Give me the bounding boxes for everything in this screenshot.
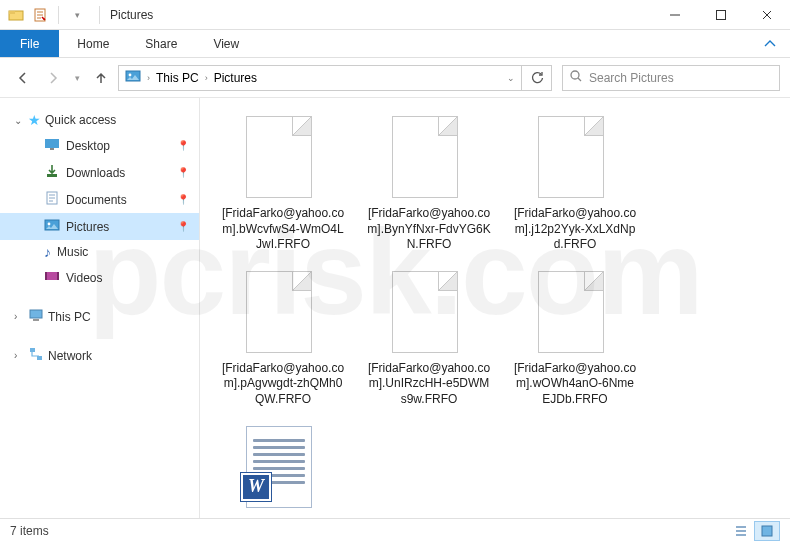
sidebar-item-label: Downloads — [66, 166, 125, 180]
file-list[interactable]: [FridaFarko@yahoo.com].bWcvfwS4-WmO4LJwI… — [200, 98, 790, 528]
separator — [58, 6, 59, 24]
file-item[interactable]: [FridaFarko@yahoo.com].pAgvwgdt-zhQMh0QW… — [220, 271, 346, 408]
documents-icon — [44, 190, 60, 209]
properties-icon[interactable] — [28, 3, 52, 27]
file-item[interactable]: WFRFO_INFO.rtf — [220, 426, 346, 528]
sidebar-item-music[interactable]: ♪ Music — [0, 240, 199, 264]
ribbon-expand-icon[interactable] — [750, 30, 790, 57]
sidebar-heading-label: Network — [48, 349, 92, 363]
up-button[interactable] — [88, 65, 114, 91]
star-icon: ★ — [28, 112, 41, 128]
pin-icon: 📍 — [177, 167, 189, 178]
chevron-right-icon[interactable]: › — [14, 350, 24, 361]
pin-icon: 📍 — [177, 194, 189, 205]
svg-rect-7 — [45, 139, 59, 148]
sidebar-item-label: Pictures — [66, 220, 109, 234]
file-label: [FridaFarko@yahoo.com].wOWh4anO-6NmeEJDb… — [512, 361, 638, 408]
sidebar-heading-label: This PC — [48, 310, 91, 324]
chevron-right-icon[interactable]: › — [14, 311, 24, 322]
status-bar: 7 items — [0, 518, 790, 543]
sidebar-this-pc[interactable]: › This PC — [0, 303, 199, 330]
svg-rect-1 — [9, 11, 15, 14]
recent-locations-icon[interactable]: ▾ — [70, 65, 84, 91]
svg-point-6 — [571, 71, 579, 79]
window-title: Pictures — [110, 8, 153, 22]
file-label: [FridaFarko@yahoo.com].UnIRzcHH-e5DWMs9w… — [366, 361, 492, 408]
file-label: [FridaFarko@yahoo.com].BynYfNxr-FdvYG6KN… — [366, 206, 492, 253]
pin-icon: 📍 — [177, 140, 189, 151]
breadcrumb-thispc[interactable]: This PC — [156, 71, 199, 85]
sidebar-item-videos[interactable]: Videos — [0, 264, 199, 291]
ribbon-tabs: File Home Share View — [0, 30, 790, 58]
sidebar-item-downloads[interactable]: Downloads 📍 — [0, 159, 199, 186]
details-view-button[interactable] — [728, 521, 754, 541]
sidebar-item-desktop[interactable]: Desktop 📍 — [0, 132, 199, 159]
close-button[interactable] — [744, 0, 790, 30]
back-button[interactable] — [10, 65, 36, 91]
file-item[interactable]: [FridaFarko@yahoo.com].BynYfNxr-FdvYG6KN… — [366, 116, 492, 253]
chevron-right-icon[interactable]: › — [205, 73, 208, 83]
generic-file-icon — [538, 271, 612, 357]
address-bar: ▾ › This PC › Pictures ⌄ Search Pictures — [0, 58, 790, 98]
separator — [99, 6, 100, 24]
pc-icon — [28, 307, 44, 326]
tab-file[interactable]: File — [0, 30, 59, 57]
chevron-down-icon[interactable]: ⌄ — [507, 73, 515, 83]
chevron-down-icon[interactable]: ⌄ — [14, 115, 24, 126]
file-item[interactable]: [FridaFarko@yahoo.com].wOWh4anO-6NmeEJDb… — [512, 271, 638, 408]
tab-home[interactable]: Home — [59, 30, 127, 57]
rtf-file-icon: W — [246, 426, 320, 512]
videos-icon — [44, 268, 60, 287]
chevron-right-icon[interactable]: › — [147, 73, 150, 83]
pictures-icon — [125, 68, 141, 87]
svg-rect-14 — [45, 272, 47, 280]
file-item[interactable]: [FridaFarko@yahoo.com].j12p2Yyk-XxLXdNpd… — [512, 116, 638, 253]
svg-rect-13 — [45, 272, 59, 280]
svg-rect-20 — [762, 526, 772, 536]
svg-point-5 — [129, 74, 132, 77]
minimize-button[interactable] — [652, 0, 698, 30]
downloads-icon — [44, 163, 60, 182]
sidebar-item-pictures[interactable]: Pictures 📍 — [0, 213, 199, 240]
tab-share[interactable]: Share — [127, 30, 195, 57]
breadcrumb[interactable]: › This PC › Pictures ⌄ — [118, 65, 522, 91]
generic-file-icon — [538, 116, 612, 202]
search-placeholder: Search Pictures — [589, 71, 674, 85]
forward-button[interactable] — [40, 65, 66, 91]
sidebar-item-documents[interactable]: Documents 📍 — [0, 186, 199, 213]
sidebar-item-label: Music — [57, 245, 88, 259]
navigation-pane: ⌄ ★ Quick access Desktop 📍 Downloads 📍 D… — [0, 98, 200, 528]
search-input[interactable]: Search Pictures — [562, 65, 780, 91]
generic-file-icon — [392, 271, 466, 357]
sidebar-heading-label: Quick access — [45, 113, 116, 127]
music-icon: ♪ — [44, 244, 51, 260]
qat-dropdown-icon[interactable]: ▾ — [65, 3, 89, 27]
svg-rect-17 — [33, 319, 39, 321]
sidebar-item-label: Videos — [66, 271, 102, 285]
svg-rect-3 — [717, 10, 726, 19]
file-label: [FridaFarko@yahoo.com].j12p2Yyk-XxLXdNpd… — [512, 206, 638, 253]
maximize-button[interactable] — [698, 0, 744, 30]
desktop-icon — [44, 136, 60, 155]
title-bar: ▾ Pictures — [0, 0, 790, 30]
svg-rect-19 — [37, 356, 42, 360]
svg-rect-15 — [57, 272, 59, 280]
search-icon — [569, 69, 583, 86]
sidebar-network[interactable]: › Network — [0, 342, 199, 369]
network-icon — [28, 346, 44, 365]
svg-rect-18 — [30, 348, 35, 352]
file-item[interactable]: [FridaFarko@yahoo.com].UnIRzcHH-e5DWMs9w… — [366, 271, 492, 408]
svg-rect-16 — [30, 310, 42, 318]
explorer-app-icon — [4, 3, 28, 27]
svg-point-12 — [48, 223, 51, 226]
status-item-count: 7 items — [10, 524, 49, 538]
generic-file-icon — [246, 116, 320, 202]
breadcrumb-pictures[interactable]: Pictures — [214, 71, 257, 85]
large-icons-view-button[interactable] — [754, 521, 780, 541]
pin-icon: 📍 — [177, 221, 189, 232]
sidebar-quick-access[interactable]: ⌄ ★ Quick access — [0, 108, 199, 132]
refresh-button[interactable] — [522, 65, 552, 91]
tab-view[interactable]: View — [195, 30, 257, 57]
svg-rect-8 — [50, 148, 54, 150]
file-item[interactable]: [FridaFarko@yahoo.com].bWcvfwS4-WmO4LJwI… — [220, 116, 346, 253]
